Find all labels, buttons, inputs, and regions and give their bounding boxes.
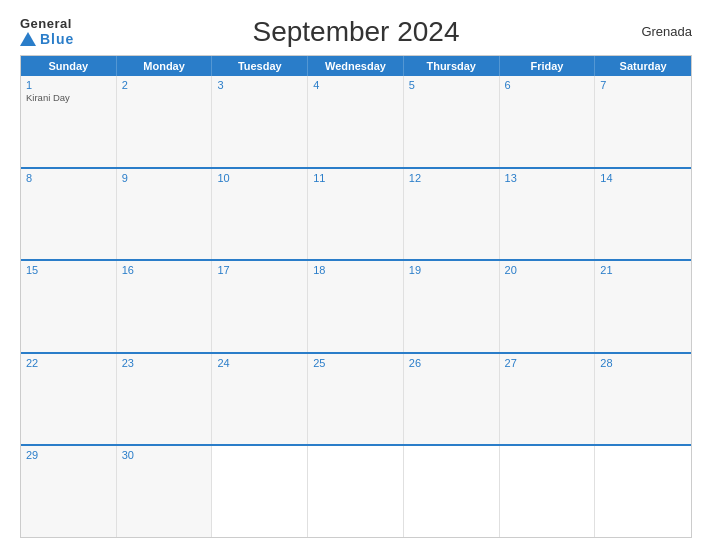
- logo-general-text: General: [20, 16, 72, 31]
- cal-cell: 18: [308, 261, 404, 352]
- day-number: 12: [409, 172, 494, 184]
- cal-cell: [404, 446, 500, 537]
- day-number: 22: [26, 357, 111, 369]
- cal-cell: 27: [500, 354, 596, 445]
- day-number: 24: [217, 357, 302, 369]
- cal-cell: 28: [595, 354, 691, 445]
- cal-cell: 19: [404, 261, 500, 352]
- day-number: 30: [122, 449, 207, 461]
- event-label: Kirani Day: [26, 92, 111, 103]
- cal-cell: [308, 446, 404, 537]
- cal-cell: 13: [500, 169, 596, 260]
- logo: General Blue: [20, 16, 110, 47]
- cal-cell: [500, 446, 596, 537]
- day-number: 13: [505, 172, 590, 184]
- calendar-page: General Blue September 2024 Grenada Sund…: [0, 0, 712, 550]
- cal-header-tuesday: Tuesday: [212, 56, 308, 76]
- day-number: 1: [26, 79, 111, 91]
- cal-cell: 10: [212, 169, 308, 260]
- cal-week-3: 15161718192021: [21, 259, 691, 352]
- cal-cell: 3: [212, 76, 308, 167]
- cal-cell: 2: [117, 76, 213, 167]
- day-number: 25: [313, 357, 398, 369]
- cal-week-2: 891011121314: [21, 167, 691, 260]
- cal-cell: [212, 446, 308, 537]
- day-number: 16: [122, 264, 207, 276]
- day-number: 14: [600, 172, 686, 184]
- cal-cell: 24: [212, 354, 308, 445]
- cal-cell: [595, 446, 691, 537]
- day-number: 28: [600, 357, 686, 369]
- cal-header-sunday: Sunday: [21, 56, 117, 76]
- cal-header-saturday: Saturday: [595, 56, 691, 76]
- day-number: 27: [505, 357, 590, 369]
- day-number: 15: [26, 264, 111, 276]
- cal-cell: 20: [500, 261, 596, 352]
- cal-cell: 7: [595, 76, 691, 167]
- cal-cell: 9: [117, 169, 213, 260]
- cal-header-monday: Monday: [117, 56, 213, 76]
- cal-cell: 23: [117, 354, 213, 445]
- cal-cell: 12: [404, 169, 500, 260]
- header: General Blue September 2024 Grenada: [20, 16, 692, 47]
- country-label: Grenada: [602, 24, 692, 39]
- cal-cell: 1Kirani Day: [21, 76, 117, 167]
- cal-cell: 25: [308, 354, 404, 445]
- day-number: 8: [26, 172, 111, 184]
- cal-cell: 21: [595, 261, 691, 352]
- cal-cell: 4: [308, 76, 404, 167]
- day-number: 20: [505, 264, 590, 276]
- cal-cell: 8: [21, 169, 117, 260]
- day-number: 4: [313, 79, 398, 91]
- day-number: 9: [122, 172, 207, 184]
- day-number: 11: [313, 172, 398, 184]
- day-number: 5: [409, 79, 494, 91]
- cal-cell: 5: [404, 76, 500, 167]
- cal-header-friday: Friday: [500, 56, 596, 76]
- day-number: 23: [122, 357, 207, 369]
- day-number: 7: [600, 79, 686, 91]
- calendar-header-row: SundayMondayTuesdayWednesdayThursdayFrid…: [21, 56, 691, 76]
- cal-cell: 16: [117, 261, 213, 352]
- cal-week-4: 22232425262728: [21, 352, 691, 445]
- cal-week-5: 2930: [21, 444, 691, 537]
- day-number: 17: [217, 264, 302, 276]
- page-title: September 2024: [252, 16, 459, 48]
- day-number: 3: [217, 79, 302, 91]
- cal-cell: 15: [21, 261, 117, 352]
- calendar-grid: SundayMondayTuesdayWednesdayThursdayFrid…: [20, 55, 692, 538]
- cal-cell: 17: [212, 261, 308, 352]
- day-number: 18: [313, 264, 398, 276]
- day-number: 29: [26, 449, 111, 461]
- day-number: 21: [600, 264, 686, 276]
- day-number: 10: [217, 172, 302, 184]
- day-number: 19: [409, 264, 494, 276]
- logo-triangle-icon: [20, 32, 36, 46]
- day-number: 6: [505, 79, 590, 91]
- day-number: 26: [409, 357, 494, 369]
- calendar-body: 1Kirani Day23456789101112131415161718192…: [21, 76, 691, 537]
- cal-cell: 14: [595, 169, 691, 260]
- logo-blue-text: Blue: [40, 31, 74, 47]
- cal-header-wednesday: Wednesday: [308, 56, 404, 76]
- cal-cell: 29: [21, 446, 117, 537]
- cal-cell: 22: [21, 354, 117, 445]
- cal-header-thursday: Thursday: [404, 56, 500, 76]
- cal-cell: 26: [404, 354, 500, 445]
- cal-cell: 11: [308, 169, 404, 260]
- cal-cell: 6: [500, 76, 596, 167]
- logo-blue-row: Blue: [20, 31, 74, 47]
- day-number: 2: [122, 79, 207, 91]
- cal-week-1: 1Kirani Day234567: [21, 76, 691, 167]
- cal-cell: 30: [117, 446, 213, 537]
